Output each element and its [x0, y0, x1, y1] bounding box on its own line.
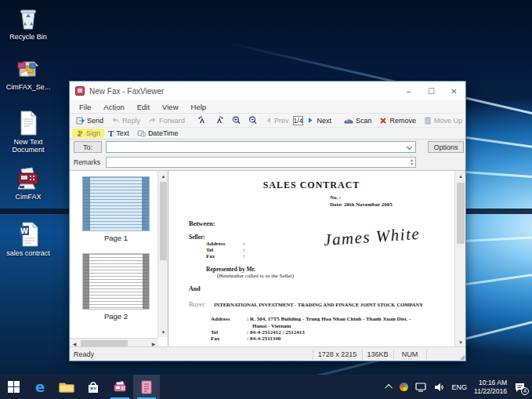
rotate-right-button[interactable]: [211, 115, 228, 125]
status-separator: [426, 350, 427, 360]
taskbar-store-button[interactable]: [80, 375, 107, 399]
rotate-left-button[interactable]: [194, 115, 211, 125]
action-center-button[interactable]: 4: [514, 382, 526, 393]
taskbar-faxviewer-button[interactable]: [133, 375, 160, 399]
desktop-icon-cimfax-setup[interactable]: CimFAX_Se...: [2, 56, 55, 91]
zoom-out-button[interactable]: [244, 115, 261, 125]
datetime-clock-icon: [137, 129, 146, 137]
start-button[interactable]: [0, 375, 27, 399]
remove-button[interactable]: Remove: [375, 116, 420, 125]
scrollbar-thumb[interactable]: [81, 340, 128, 346]
next-page-button[interactable]: Next: [303, 116, 335, 125]
menu-file[interactable]: File: [73, 103, 97, 111]
status-bar: Ready 1728 x 2215 136KB NUM ◢: [70, 346, 465, 361]
text-button[interactable]: T Text: [104, 128, 133, 139]
speaker-icon[interactable]: [434, 383, 445, 392]
send-icon: [76, 116, 85, 125]
prev-page-button[interactable]: Prev: [261, 116, 293, 125]
sign-icon: [76, 129, 84, 137]
window-title: New Fax - FaxViewer: [89, 87, 164, 96]
content-area: Page 1 Page 2 ▲ ▼ ◀ ▶: [70, 170, 465, 346]
desktop-icon-sales-contract[interactable]: W sales contract: [2, 221, 55, 257]
title-bar[interactable]: New Fax - FaxViewer – ☐ ✕: [70, 82, 465, 100]
status-dimensions: 1728 x 2215: [313, 350, 362, 358]
to-button[interactable]: To:: [74, 141, 102, 153]
move-up-button[interactable]: Move Up: [420, 116, 465, 125]
chevron-down-icon[interactable]: [407, 144, 412, 150]
cimfax-fax-icon: [112, 380, 128, 394]
language-indicator[interactable]: ENG: [452, 383, 468, 391]
datetime-button[interactable]: DateTime: [133, 129, 183, 138]
menu-help[interactable]: Help: [185, 103, 213, 111]
remarks-row: Remarks ▲▼: [70, 155, 465, 170]
faxviewer-doc-icon: [140, 380, 153, 394]
page1-thumbnail[interactable]: Page 1: [82, 176, 150, 242]
page-indicator[interactable]: 1/4: [293, 116, 304, 125]
doc-seller-label: Seller:: [189, 234, 205, 241]
sign-button[interactable]: Sign: [72, 129, 104, 138]
reply-button[interactable]: Reply: [107, 115, 144, 125]
scroll-up-icon[interactable]: ▲: [158, 171, 168, 181]
spinner-icon[interactable]: ▲▼: [410, 158, 414, 166]
document-viewer: SALES CONTRACT No. : Date: 28th November…: [168, 171, 465, 347]
status-num-lock: NUM: [393, 350, 426, 358]
reply-icon: [111, 116, 120, 125]
thumbnail-scrollbar[interactable]: ▲ ▼: [157, 171, 168, 337]
maximize-button[interactable]: ☐: [420, 82, 443, 100]
send-button[interactable]: Send: [72, 115, 107, 125]
clock[interactable]: 10:16 AM 11/22/2016: [474, 379, 507, 395]
network-icon[interactable]: [415, 383, 427, 392]
doc-address-label: Address: [206, 241, 225, 247]
scrollbar-thumb[interactable]: [160, 182, 167, 260]
word-document-icon: W: [2, 221, 55, 248]
installer-box-icon: [2, 56, 55, 82]
scrollbar-thumb[interactable]: [457, 183, 465, 244]
scroll-up-icon[interactable]: ▲: [455, 171, 466, 181]
doc-and: And: [189, 285, 201, 292]
doc-colon: :: [243, 241, 244, 247]
menu-edit[interactable]: Edit: [131, 103, 156, 111]
resize-grip[interactable]: ◢: [460, 354, 465, 361]
faxviewer-window: New Fax - FaxViewer – ☐ ✕ File Action Ed…: [69, 81, 466, 361]
taskbar-explorer-button[interactable]: [53, 375, 80, 399]
recipient-combobox[interactable]: [106, 141, 416, 153]
minimize-button[interactable]: –: [397, 82, 420, 100]
desktop-icon-recycle-bin[interactable]: Recycle Bin: [2, 6, 55, 41]
notification-badge: 4: [521, 387, 529, 395]
menu-view[interactable]: View: [156, 103, 184, 111]
desktop-icon-label: New Text Document: [2, 138, 55, 154]
document-page[interactable]: SALES CONTRACT No. : Date: 28th November…: [168, 171, 454, 347]
tray-color-app-icon[interactable]: [400, 383, 408, 391]
doc-buyer-tel-label: Tel: [211, 329, 218, 336]
tray-date: 11/22/2016: [474, 387, 507, 396]
menu-action[interactable]: Action: [97, 103, 130, 111]
tray-time: 10:16 AM: [474, 379, 507, 387]
remarks-input[interactable]: ▲▼: [106, 157, 416, 168]
text-t-icon: T: [108, 129, 114, 138]
desktop-icon-new-text-document[interactable]: New Text Document: [2, 110, 55, 154]
signature-annotation[interactable]: James White: [323, 224, 421, 251]
forward-button[interactable]: Forward: [144, 115, 189, 125]
text-document-icon: [2, 110, 55, 136]
page2-thumbnail[interactable]: Page 2: [82, 253, 150, 321]
scan-button[interactable]: Scan: [340, 116, 376, 125]
document-scrollbar[interactable]: ▲ ▼: [454, 171, 465, 347]
doc-buyer-address-value2: Hanoi - Vietnam: [252, 323, 291, 329]
tray-expand-icon[interactable]: [385, 384, 393, 392]
move-up-icon: [424, 117, 432, 125]
options-button[interactable]: Options: [428, 141, 464, 153]
desktop-icon-label: sales contract: [2, 249, 55, 257]
taskbar-edge-button[interactable]: e: [27, 375, 53, 399]
page1-thumbnail-image[interactable]: [82, 176, 150, 231]
forward-icon: [148, 116, 157, 125]
desktop-icon-cimfax[interactable]: CimFAX: [2, 166, 55, 201]
zoom-in-button[interactable]: [228, 115, 244, 125]
svg-text:W: W: [20, 227, 28, 235]
status-filesize: 136KB: [362, 350, 393, 358]
close-button[interactable]: ✕: [443, 82, 465, 100]
taskbar-cimfax-button[interactable]: [107, 375, 133, 399]
page2-thumbnail-image[interactable]: [82, 253, 150, 310]
menu-bar: File Action Edit View Help: [70, 100, 465, 114]
doc-fax-label: Fax: [206, 253, 215, 259]
scroll-down-icon[interactable]: ▼: [158, 327, 168, 337]
